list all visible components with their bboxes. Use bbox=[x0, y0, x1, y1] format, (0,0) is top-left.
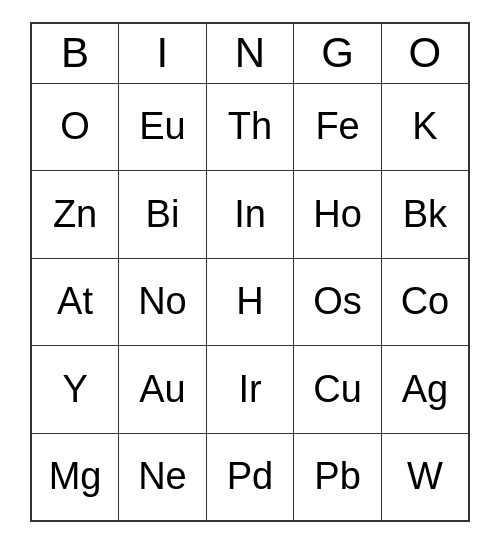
table-cell: Eu bbox=[119, 83, 207, 171]
table-cell: Os bbox=[294, 258, 382, 346]
table-cell: In bbox=[206, 171, 294, 259]
header-cell: I bbox=[119, 23, 207, 83]
table-cell: Co bbox=[381, 258, 469, 346]
table-cell: Bi bbox=[119, 171, 207, 259]
table-cell: Th bbox=[206, 83, 294, 171]
table-cell: Y bbox=[31, 346, 119, 434]
table-row: MgNePdPbW bbox=[31, 433, 469, 521]
table-cell: Ho bbox=[294, 171, 382, 259]
table-cell: Ir bbox=[206, 346, 294, 434]
table-cell: Pb bbox=[294, 433, 382, 521]
header-cell: N bbox=[206, 23, 294, 83]
table-cell: Ne bbox=[119, 433, 207, 521]
header-cell: B bbox=[31, 23, 119, 83]
table-cell: W bbox=[381, 433, 469, 521]
header-cell: O bbox=[381, 23, 469, 83]
table-cell: At bbox=[31, 258, 119, 346]
table-row: OEuThFeK bbox=[31, 83, 469, 171]
table-row: YAuIrCuAg bbox=[31, 346, 469, 434]
header-cell: G bbox=[294, 23, 382, 83]
table-row: ZnBiInHoBk bbox=[31, 171, 469, 259]
table-cell: K bbox=[381, 83, 469, 171]
table-cell: O bbox=[31, 83, 119, 171]
table-cell: H bbox=[206, 258, 294, 346]
table-cell: Zn bbox=[31, 171, 119, 259]
table-cell: Au bbox=[119, 346, 207, 434]
table-cell: Ag bbox=[381, 346, 469, 434]
table-row: AtNoHOsCo bbox=[31, 258, 469, 346]
table-cell: Cu bbox=[294, 346, 382, 434]
header-row: BINGO bbox=[31, 23, 469, 83]
table-cell: Pd bbox=[206, 433, 294, 521]
table-cell: Mg bbox=[31, 433, 119, 521]
table-cell: Bk bbox=[381, 171, 469, 259]
table-cell: Fe bbox=[294, 83, 382, 171]
bingo-card: BINGO OEuThFeKZnBiInHoBkAtNoHOsCoYAuIrCu… bbox=[30, 22, 470, 522]
table-cell: No bbox=[119, 258, 207, 346]
